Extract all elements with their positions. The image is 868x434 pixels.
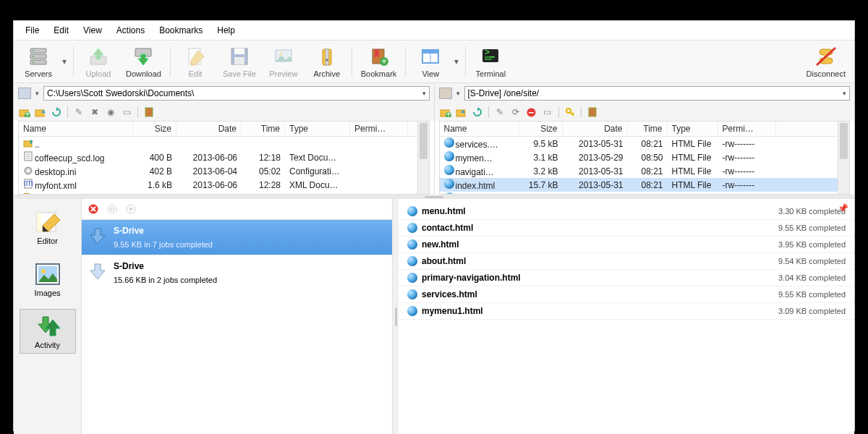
- column-header[interactable]: Permi…: [718, 122, 776, 136]
- svg-point-13: [279, 53, 282, 56]
- local-file-row[interactable]: desktop.ini402 B2013-06-0405:02Configura…: [19, 164, 429, 178]
- svg-rect-50: [529, 112, 534, 114]
- side-tab-images[interactable]: Images: [20, 257, 76, 302]
- chevron-down-icon[interactable]: ▾: [60, 50, 69, 73]
- column-header[interactable]: Name: [19, 122, 133, 136]
- new-folder-icon[interactable]: +: [18, 106, 31, 119]
- local-path-input[interactable]: C:\Users\Scott Swedorski\Documents\ ▾: [43, 86, 430, 101]
- cell: 2013-05-31: [563, 138, 628, 150]
- bookmark-icon[interactable]: [586, 106, 599, 119]
- menu-bookmarks[interactable]: Bookmarks: [153, 24, 208, 37]
- chevron-down-icon[interactable]: ▾: [422, 90, 426, 97]
- scrollbar[interactable]: [838, 122, 849, 194]
- archive-button[interactable]: Archive: [307, 43, 347, 80]
- column-header[interactable]: Time: [628, 122, 668, 136]
- completed-file-row[interactable]: about.html9.54 KB completed: [399, 253, 854, 270]
- menu-help[interactable]: Help: [211, 24, 241, 37]
- remote-path-input[interactable]: [S-Drive] /one/site/ ▾: [464, 86, 851, 101]
- stop-icon[interactable]: [525, 106, 538, 119]
- sync-icon[interactable]: ⟳: [509, 106, 522, 119]
- svg-point-5: [33, 61, 34, 63]
- remote-file-row[interactable]: Page1.ht…1.2 kB2013-04-3006:28HTML File-…: [440, 192, 850, 194]
- activity-icon: [33, 313, 62, 339]
- menu-file[interactable]: File: [20, 24, 45, 37]
- scrollbar[interactable]: [417, 122, 429, 194]
- side-tab-activity[interactable]: Activity: [20, 309, 76, 354]
- completed-file-row[interactable]: primary-navigation.html3.04 KB completed: [399, 270, 854, 286]
- cell: 2013-05-31: [563, 179, 628, 191]
- play-icon[interactable]: [125, 203, 137, 215]
- menu-actions[interactable]: Actions: [111, 24, 150, 37]
- column-header[interactable]: Type: [668, 122, 718, 136]
- remote-file-row[interactable]: services.…9.5 kB2013-05-3108:21HTML File…: [440, 137, 850, 150]
- bookmark-button[interactable]: +Bookmark: [357, 43, 401, 80]
- completed-file-row[interactable]: mymenu1.html3.09 KB completed: [399, 303, 854, 320]
- chevron-down-icon[interactable]: ▾: [34, 90, 41, 97]
- terminal-button[interactable]: >_Terminal: [470, 43, 511, 80]
- completed-file-row[interactable]: services.html9.55 KB completed: [399, 286, 854, 303]
- download-button[interactable]: Download: [122, 43, 166, 80]
- svg-rect-21: [422, 50, 438, 54]
- cell: 3.1 kB: [519, 152, 563, 163]
- remote-file-row[interactable]: index.html15.7 kB2013-05-3108:21HTML Fil…: [440, 178, 850, 192]
- column-header[interactable]: Type: [285, 122, 350, 136]
- stop-icon[interactable]: [88, 203, 99, 215]
- up-folder-icon[interactable]: [455, 106, 468, 119]
- svg-text:xml: xml: [24, 179, 33, 188]
- images-icon: [33, 261, 62, 287]
- servers-button[interactable]: Servers: [18, 43, 59, 80]
- local-file-row[interactable]: coffeecup_scd.log400 B2013-06-0612:18Tex…: [19, 150, 429, 164]
- local-file-row[interactable]: ..: [19, 137, 429, 150]
- remote-drive-icon[interactable]: [439, 88, 452, 99]
- chevron-down-icon[interactable]: ▾: [843, 90, 846, 97]
- refresh-icon[interactable]: [471, 106, 484, 119]
- key-icon[interactable]: [563, 106, 576, 119]
- cell: 08:21: [628, 166, 668, 177]
- transfer-job[interactable]: S-Drive15.66 KB in 2 jobs completed: [82, 255, 392, 290]
- completed-file-row[interactable]: new.html3.95 KB completed: [399, 237, 854, 253]
- local-file-row[interactable]: CoffeeCup Softw…2013-06-0612:25Folderd--…: [19, 192, 429, 194]
- pause-icon[interactable]: [106, 203, 118, 215]
- remote-pane: ▾ [S-Drive] /one/site/ ▾ + ✎ ⟳ ▭: [434, 83, 855, 195]
- menu-view[interactable]: View: [77, 24, 108, 37]
- edit-icon[interactable]: ✎: [493, 106, 506, 119]
- toolbar-label: Disconnect: [807, 69, 846, 78]
- transfer-job[interactable]: S-Drive9.55 KB in 7 jobs completed: [82, 219, 392, 255]
- local-drive-icon[interactable]: [18, 88, 31, 99]
- pin-icon[interactable]: 📌: [838, 203, 848, 213]
- column-header[interactable]: Time: [242, 122, 285, 136]
- chevron-down-icon[interactable]: ▾: [452, 50, 461, 73]
- delete-icon[interactable]: ✖: [88, 106, 101, 119]
- chevron-down-icon[interactable]: ▾: [455, 90, 461, 97]
- up-folder-icon[interactable]: [34, 106, 47, 119]
- completed-file-row[interactable]: menu.html3.30 KB completed: [399, 203, 854, 220]
- new-folder-icon[interactable]: +: [439, 106, 452, 119]
- activity-controls: [82, 199, 392, 219]
- remote-file-row[interactable]: navigati…3.2 kB2013-05-3108:21HTML File-…: [440, 164, 850, 178]
- properties-icon[interactable]: ◉: [104, 106, 117, 119]
- edit-button: Edit: [175, 43, 216, 80]
- bookmark-icon[interactable]: [142, 106, 156, 119]
- menu-edit[interactable]: Edit: [48, 24, 75, 37]
- column-header[interactable]: Size: [133, 122, 176, 136]
- column-header[interactable]: Size: [519, 122, 563, 136]
- disconnect-button[interactable]: Disconnect: [802, 43, 850, 80]
- local-file-row[interactable]: xmlmyfont.xml1.6 kB2013-06-0612:28XML Do…: [19, 178, 429, 192]
- completed-file-row[interactable]: contact.html9.55 KB completed: [399, 220, 854, 237]
- remote-file-row[interactable]: mymen…3.1 kB2013-05-2908:50HTML File-rw-…: [440, 150, 850, 164]
- remote-address-row: ▾ [S-Drive] /one/site/ ▾: [435, 83, 855, 103]
- view-button[interactable]: View: [410, 43, 451, 80]
- upload-icon: [87, 45, 110, 68]
- rename-icon[interactable]: ▭: [541, 106, 554, 119]
- refresh-icon[interactable]: [50, 106, 63, 119]
- savefile-button: Save File: [218, 43, 260, 80]
- column-header[interactable]: Permi…: [350, 122, 408, 136]
- vertical-splitter[interactable]: [393, 199, 399, 434]
- edit-icon[interactable]: ✎: [72, 106, 85, 119]
- column-header[interactable]: Date: [563, 122, 628, 136]
- column-header[interactable]: Date: [176, 122, 242, 136]
- side-tab-editor[interactable]: Editor: [20, 205, 76, 250]
- cell: 2013-06-06: [176, 179, 242, 191]
- column-header[interactable]: Name: [440, 122, 519, 136]
- rename-icon[interactable]: ▭: [120, 106, 133, 119]
